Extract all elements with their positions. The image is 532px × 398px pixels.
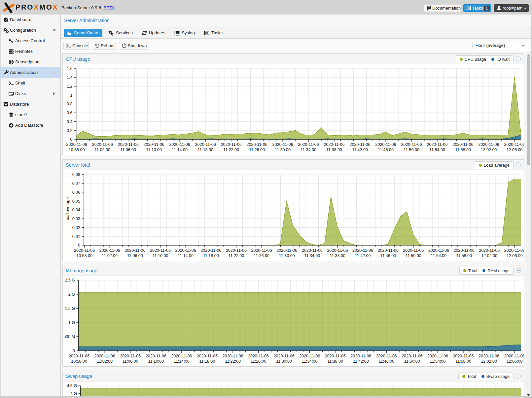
svg-text:4.5 G: 4.5 G <box>67 383 77 388</box>
svg-text:11:26:00: 11:26:00 <box>254 253 269 258</box>
svg-text:2020-11-06: 2020-11-06 <box>478 142 499 147</box>
svg-text:11:50:00: 11:50:00 <box>406 253 421 258</box>
svg-text:4 G: 4 G <box>70 391 77 396</box>
svg-text:2020-11-06: 2020-11-06 <box>427 142 447 147</box>
svg-text:2020-11-06: 2020-11-06 <box>74 248 95 253</box>
svg-text:1: 1 <box>70 93 73 98</box>
svg-text:2020-11-06: 2020-11-06 <box>221 142 242 147</box>
svg-text:11:38:00: 11:38:00 <box>327 359 343 364</box>
svg-text:0.04: 0.04 <box>72 208 80 212</box>
svg-text:0.08: 0.08 <box>72 172 80 177</box>
svg-text:11:18:00: 11:18:00 <box>203 253 219 258</box>
svg-text:2020-11-06: 2020-11-06 <box>504 354 524 358</box>
svg-text:12:06:00: 12:06:00 <box>507 253 523 258</box>
svg-text:2020-11-06: 2020-11-06 <box>401 142 422 147</box>
svg-text:2020-11-06: 2020-11-06 <box>169 142 190 147</box>
svg-text:2020-11-06: 2020-11-06 <box>454 248 475 253</box>
svg-text:2020-11-06: 2020-11-06 <box>479 248 500 253</box>
svg-text:0.6: 0.6 <box>67 111 72 115</box>
svg-text:11:30:00: 11:30:00 <box>279 253 295 258</box>
svg-text:11:14:00: 11:14:00 <box>174 359 190 364</box>
svg-text:2 G: 2 G <box>68 292 75 297</box>
svg-text:2020-11-06: 2020-11-06 <box>272 142 293 147</box>
svg-text:2020-11-06: 2020-11-06 <box>251 248 272 253</box>
svg-text:0: 0 <box>73 348 75 353</box>
svg-text:11:10:00: 11:10:00 <box>148 359 164 364</box>
svg-text:2020-11-06: 2020-11-06 <box>349 142 370 147</box>
svg-text:2020-11-06: 2020-11-06 <box>428 248 449 253</box>
svg-text:11:38:00: 11:38:00 <box>326 148 342 152</box>
svg-text:2020-11-06: 2020-11-06 <box>69 354 89 358</box>
svg-text:2.5 G: 2.5 G <box>65 278 75 282</box>
svg-text:12:02:00: 12:02:00 <box>481 359 497 364</box>
svg-text:2020-11-06: 2020-11-06 <box>299 354 320 358</box>
svg-text:2020-11-06: 2020-11-06 <box>350 354 371 358</box>
svg-text:1 G: 1 G <box>68 320 75 325</box>
svg-text:2020-11-06: 2020-11-06 <box>427 354 448 358</box>
svg-text:0: 0 <box>70 137 73 142</box>
svg-text:11:46:00: 11:46:00 <box>378 359 394 364</box>
svg-text:11:10:00: 11:10:00 <box>146 148 162 152</box>
svg-text:2020-11-06: 2020-11-06 <box>504 142 524 147</box>
svg-text:12:06:00: 12:06:00 <box>507 148 523 152</box>
svg-text:11:30:00: 11:30:00 <box>276 359 292 364</box>
svg-text:11:58:00: 11:58:00 <box>456 253 472 258</box>
svg-text:2020-11-06: 2020-11-06 <box>222 354 243 358</box>
svg-text:11:54:00: 11:54:00 <box>429 148 445 152</box>
svg-text:1.4: 1.4 <box>67 75 72 80</box>
svg-text:11:38:00: 11:38:00 <box>330 253 345 258</box>
svg-text:12:02:00: 12:02:00 <box>481 148 497 152</box>
svg-text:2020-11-06: 2020-11-06 <box>120 354 141 358</box>
svg-text:11:06:00: 11:06:00 <box>127 253 143 258</box>
svg-text:2020-11-06: 2020-11-06 <box>226 248 247 253</box>
svg-text:2020-11-06: 2020-11-06 <box>247 142 267 147</box>
svg-text:11:06:00: 11:06:00 <box>123 359 138 364</box>
svg-text:2020-11-06: 2020-11-06 <box>352 248 373 253</box>
svg-text:2020-11-06: 2020-11-06 <box>175 248 196 253</box>
svg-text:11:06:00: 11:06:00 <box>120 148 136 152</box>
svg-text:11:58:00: 11:58:00 <box>455 359 471 364</box>
svg-text:11:34:00: 11:34:00 <box>301 148 316 152</box>
svg-text:2020-11-06: 2020-11-06 <box>66 142 87 147</box>
svg-text:10:58:00: 10:58:00 <box>71 359 87 364</box>
svg-text:2020-11-06: 2020-11-06 <box>298 142 319 147</box>
svg-text:11:58:00: 11:58:00 <box>455 148 471 152</box>
svg-text:2020-11-06: 2020-11-06 <box>302 248 323 253</box>
svg-text:11:02:00: 11:02:00 <box>102 253 118 258</box>
svg-text:2020-11-06: 2020-11-06 <box>324 142 344 147</box>
svg-text:2020-11-06: 2020-11-06 <box>453 354 474 358</box>
svg-text:2020-11-06: 2020-11-06 <box>99 248 120 253</box>
svg-text:2020-11-06: 2020-11-06 <box>171 354 192 358</box>
svg-text:0.8: 0.8 <box>67 102 72 106</box>
svg-text:1.6: 1.6 <box>67 66 72 71</box>
svg-text:0.06: 0.06 <box>72 190 80 195</box>
svg-text:2020-11-06: 2020-11-06 <box>144 142 164 147</box>
svg-text:0.07: 0.07 <box>72 181 80 186</box>
svg-text:1.5 G: 1.5 G <box>65 306 75 311</box>
svg-text:0: 0 <box>78 243 80 248</box>
svg-text:11:14:00: 11:14:00 <box>178 253 194 258</box>
svg-text:2020-11-06: 2020-11-06 <box>92 142 113 147</box>
svg-text:0.01: 0.01 <box>72 234 80 239</box>
svg-text:2020-11-06: 2020-11-06 <box>276 248 297 253</box>
svg-text:11:34:00: 11:34:00 <box>304 253 320 258</box>
svg-text:2020-11-06: 2020-11-06 <box>124 248 145 253</box>
svg-text:11:42:00: 11:42:00 <box>353 359 369 364</box>
svg-text:2020-11-06: 2020-11-06 <box>452 142 473 147</box>
svg-text:2020-11-06: 2020-11-06 <box>479 354 499 358</box>
svg-text:2020-11-06: 2020-11-06 <box>376 354 397 358</box>
svg-text:2020-11-06: 2020-11-06 <box>274 354 295 358</box>
svg-text:0.02: 0.02 <box>72 225 80 230</box>
svg-text:1.2: 1.2 <box>67 84 72 89</box>
svg-text:0.2: 0.2 <box>67 128 72 133</box>
svg-text:11:26:00: 11:26:00 <box>251 359 266 364</box>
svg-text:11:42:00: 11:42:00 <box>352 148 368 152</box>
svg-text:2020-11-06: 2020-11-06 <box>402 354 422 358</box>
svg-text:500 M: 500 M <box>63 334 75 339</box>
svg-text:11:26:00: 11:26:00 <box>249 148 265 152</box>
svg-text:2020-11-06: 2020-11-06 <box>504 248 524 253</box>
svg-text:11:42:00: 11:42:00 <box>355 253 371 258</box>
svg-text:11:54:00: 11:54:00 <box>431 253 447 258</box>
svg-text:11:30:00: 11:30:00 <box>275 148 291 152</box>
svg-text:2020-11-06: 2020-11-06 <box>150 248 171 253</box>
